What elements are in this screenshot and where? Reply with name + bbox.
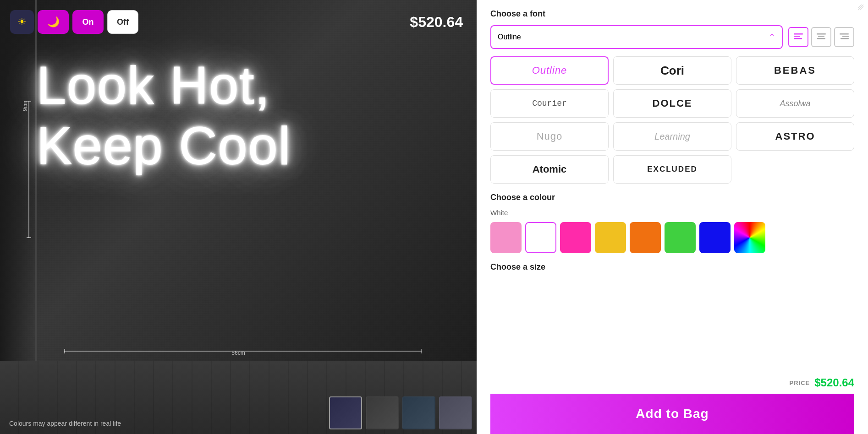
size-section: Choose a size <box>490 262 854 278</box>
font-label-courier: Courier <box>532 99 567 108</box>
neon-text-preview: Look Hot, Keep Cool <box>37 55 454 176</box>
font-card-learning[interactable]: Learning <box>613 122 731 151</box>
options-panel: Choose a font Outline ⌃ Outline <box>477 0 868 434</box>
price-value: $520.64 <box>814 376 854 389</box>
align-left-button[interactable] <box>788 27 808 47</box>
font-card-excluded[interactable]: EXCLUDED <box>613 155 731 184</box>
add-to-bag-button[interactable]: Add to Bag <box>490 394 854 434</box>
font-dropdown-value: Outline <box>498 33 521 41</box>
on-button[interactable]: On <box>72 10 104 34</box>
on-label: On <box>82 17 94 27</box>
font-grid: Outline Cori BEBAS Courier DOLCE Assolwa… <box>490 56 854 184</box>
disclaimer-text: Colours may appear different in real lif… <box>9 420 121 427</box>
font-card-dolce[interactable]: DOLCE <box>613 89 731 118</box>
price-row: PRICE $520.64 <box>490 376 854 389</box>
font-section: Choose a font Outline ⌃ Outline <box>490 9 854 193</box>
svg-rect-0 <box>794 33 803 35</box>
colour-section: Choose a colour White <box>490 193 854 262</box>
svg-rect-1 <box>794 36 800 37</box>
colour-selected-name: White <box>490 209 508 217</box>
colour-swatch-white[interactable] <box>525 222 556 253</box>
thumbnail-strip <box>329 396 472 429</box>
size-section-title: Choose a size <box>490 262 854 272</box>
svg-rect-2 <box>794 38 802 39</box>
align-center-button[interactable] <box>811 27 831 47</box>
font-controls-row: Outline ⌃ <box>490 25 854 49</box>
font-section-title: Choose a font <box>490 9 854 19</box>
font-card-cori[interactable]: Cori <box>613 56 731 85</box>
preview-price: $520.64 <box>410 14 463 31</box>
moon-mode-button[interactable]: 🌙 <box>38 10 69 34</box>
height-ruler-label: 9cm <box>22 101 28 111</box>
font-label-outline: Outline <box>532 65 567 76</box>
font-label-learning: Learning <box>654 131 690 142</box>
font-label-nugo: Nugo <box>537 130 563 142</box>
colour-swatch-green[interactable] <box>665 222 696 253</box>
colour-name-row: White <box>490 209 854 217</box>
svg-rect-5 <box>817 38 825 39</box>
price-label: PRICE <box>790 380 810 386</box>
align-right-button[interactable] <box>834 27 854 47</box>
resize-handle <box>857 4 864 11</box>
alignment-buttons <box>788 27 854 47</box>
off-label: Off <box>117 17 129 27</box>
svg-rect-4 <box>818 36 824 37</box>
font-card-assolwa[interactable]: Assolwa <box>736 89 854 118</box>
font-label-cori: Cori <box>660 64 684 78</box>
moon-icon: 🌙 <box>47 16 60 28</box>
colour-swatch-orange[interactable] <box>630 222 661 253</box>
colour-swatches <box>490 222 854 253</box>
width-ruler <box>64 351 422 352</box>
view-toolbar: ☀ 🌙 On Off <box>10 10 138 34</box>
font-dropdown[interactable]: Outline ⌃ <box>490 25 783 49</box>
thumbnail-2[interactable] <box>366 396 399 429</box>
font-card-nugo[interactable]: Nugo <box>490 122 609 151</box>
font-card-courier[interactable]: Courier <box>490 89 609 118</box>
svg-rect-3 <box>817 33 826 35</box>
height-ruler <box>28 101 29 238</box>
colour-section-title: Choose a colour <box>490 193 854 202</box>
colour-swatch-pink-light[interactable] <box>490 222 522 253</box>
font-label-bebas: BEBAS <box>774 65 816 76</box>
neon-text-line2: Keep Cool <box>37 115 454 176</box>
off-button[interactable]: Off <box>107 10 138 34</box>
font-card-bebas[interactable]: BEBAS <box>736 56 854 85</box>
font-card-astro[interactable]: ASTRO <box>736 122 854 151</box>
sun-mode-button[interactable]: ☀ <box>10 10 34 34</box>
preview-panel: ☀ 🌙 On Off $520.64 Look Hot, Keep Cool 9… <box>0 0 477 434</box>
svg-rect-6 <box>840 33 849 35</box>
font-card-outline[interactable]: Outline <box>490 56 609 85</box>
svg-rect-8 <box>841 38 849 39</box>
colour-swatch-rainbow[interactable] <box>734 222 765 253</box>
add-to-bag-label: Add to Bag <box>636 407 709 421</box>
chevron-up-icon: ⌃ <box>769 32 775 42</box>
colour-swatch-yellow[interactable] <box>595 222 626 253</box>
font-label-assolwa: Assolwa <box>780 99 810 108</box>
svg-rect-7 <box>842 36 849 37</box>
font-label-excluded: EXCLUDED <box>647 165 698 174</box>
font-label-dolce: DOLCE <box>653 98 692 109</box>
font-card-atomic[interactable]: Atomic <box>490 155 609 184</box>
thumbnail-1[interactable] <box>329 396 362 429</box>
thumbnail-3[interactable] <box>402 396 435 429</box>
colour-swatch-hot-pink[interactable] <box>560 222 591 253</box>
sun-icon: ☀ <box>17 16 27 28</box>
font-label-astro: ASTRO <box>775 130 815 142</box>
spacer <box>490 284 854 376</box>
thumbnail-4[interactable] <box>439 396 472 429</box>
font-label-atomic: Atomic <box>533 163 567 175</box>
neon-text-line1: Look Hot, <box>37 55 454 115</box>
colour-swatch-blue[interactable] <box>699 222 731 253</box>
